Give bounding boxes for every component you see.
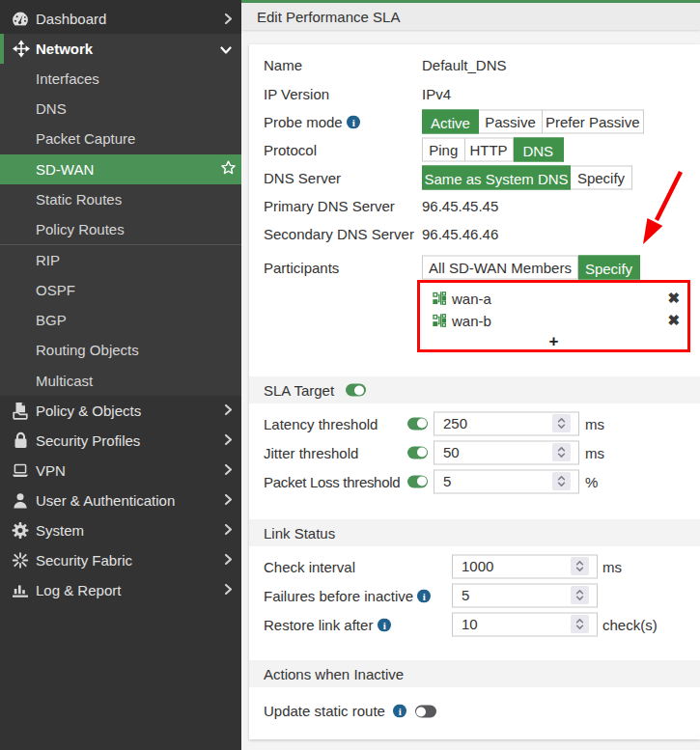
svg-text:i: i <box>423 590 426 601</box>
svg-text:i: i <box>382 619 385 630</box>
svg-text:i: i <box>399 705 402 716</box>
svg-text:i: i <box>352 116 355 127</box>
